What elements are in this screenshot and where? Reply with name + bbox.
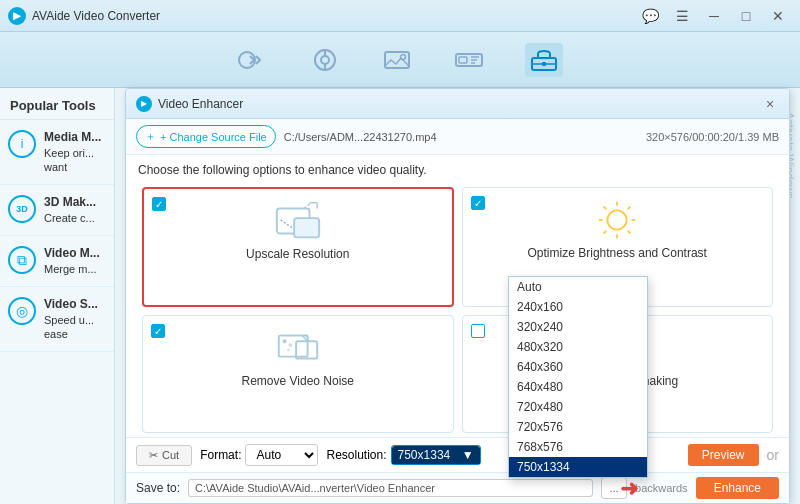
titlebar: ▶ AVAide Video Converter 💬 ☰ ─ □ ✕: [0, 0, 800, 32]
sidebar-item-media[interactable]: i Media M... Keep ori...want: [0, 120, 114, 185]
svg-line-28: [628, 207, 631, 210]
dropdown-item-240x160[interactable]: 240x160: [509, 297, 647, 317]
info-icon: i: [8, 130, 36, 158]
dropdown-item-720x480[interactable]: 720x480: [509, 397, 647, 417]
resolution-dropdown: Auto 240x160 320x240 480x320 640x360 640…: [508, 276, 648, 478]
sidebar-merge-desc: Merge m...: [44, 262, 100, 276]
toolbar-video[interactable]: [309, 46, 341, 74]
toolbar: [0, 32, 800, 88]
format-select[interactable]: Auto: [245, 444, 318, 466]
merge-icon: ⧉: [8, 246, 36, 274]
chat-btn[interactable]: 💬: [636, 6, 664, 26]
svg-rect-30: [279, 336, 308, 357]
dialog-title: Video Enhancer: [158, 97, 755, 111]
toolbar-toolbox[interactable]: [525, 43, 563, 77]
main-layout: Popular Tools i Media M... Keep ori...wa…: [0, 88, 800, 504]
format-group: Format: Auto: [200, 444, 318, 466]
option-noise[interactable]: ✓ Remov: [142, 315, 454, 433]
dvd-icon: [453, 46, 485, 74]
dropdown-item-320x240[interactable]: 320x240: [509, 317, 647, 337]
svg-point-34: [288, 343, 292, 347]
svg-point-2: [321, 56, 329, 64]
backwards-text: backwards: [635, 482, 688, 494]
sidebar-3d-desc: Create c...: [44, 211, 96, 225]
minimize-btn[interactable]: ─: [700, 6, 728, 26]
menu-btn[interactable]: ☰: [668, 6, 696, 26]
svg-line-27: [628, 231, 631, 234]
sidebar-header: Popular Tools: [0, 88, 114, 120]
options-grid: ✓ Upscale Resolution: [126, 183, 789, 437]
sidebar: Popular Tools i Media M... Keep ori...wa…: [0, 88, 115, 504]
dialog-title-icon: ▶: [136, 96, 152, 112]
options-instruction: Choose the following options to enhance …: [126, 155, 789, 183]
sidebar-item-3d[interactable]: 3D 3D Mak... Create c...: [0, 185, 114, 236]
dropdown-arrow: ▼: [462, 448, 474, 462]
save-bar: Save to: C:\AVAide Studio\AVAid...nverte…: [126, 472, 789, 503]
svg-line-26: [604, 207, 607, 210]
dropdown-item-768x576[interactable]: 768x576: [509, 437, 647, 457]
format-label: Format:: [200, 448, 241, 462]
svg-point-21: [608, 210, 627, 229]
toolbox-icon: [528, 46, 560, 74]
close-btn[interactable]: ✕: [764, 6, 792, 26]
svg-rect-5: [385, 52, 409, 68]
upscale-checkbox[interactable]: ✓: [152, 197, 166, 211]
shaking-checkbox[interactable]: [471, 324, 485, 338]
sidebar-merge-title: Video M...: [44, 246, 100, 262]
dropdown-item-720x576[interactable]: 720x576: [509, 417, 647, 437]
option-upscale[interactable]: ✓ Upscale Resolution: [142, 187, 454, 307]
toolbar-image[interactable]: [381, 46, 413, 74]
svg-point-35: [287, 348, 290, 351]
toolbar-dvd[interactable]: [453, 46, 485, 74]
noise-icon: [273, 328, 323, 368]
image-icon: [381, 46, 413, 74]
scissors-icon: ✂: [149, 449, 158, 462]
brightness-checkbox[interactable]: ✓: [471, 196, 485, 210]
svg-rect-16: [294, 218, 319, 237]
save-path: C:\AVAide Studio\AVAid...nverter\Video E…: [188, 479, 593, 497]
dialog-close-btn[interactable]: ×: [761, 95, 779, 113]
svg-point-6: [401, 54, 406, 59]
upscale-label: Upscale Resolution: [246, 247, 349, 261]
upscale-icon: [273, 201, 323, 241]
video-enhancer-dialog: ▶ Video Enhancer × ＋ + Change Source Fil…: [125, 88, 790, 504]
resolution-value: 750x1334 ▼: [392, 446, 480, 464]
preview-btn[interactable]: Preview: [688, 444, 759, 466]
more-options-icon: or: [767, 447, 779, 463]
sidebar-3d-title: 3D Mak...: [44, 195, 96, 211]
toolbar-convert[interactable]: [237, 46, 269, 74]
resolution-group: Resolution: 750x1334 ▼: [326, 445, 480, 465]
maximize-btn[interactable]: □: [732, 6, 760, 26]
plus-icon: ＋: [145, 129, 156, 144]
app-title: AVAide Video Converter: [32, 9, 636, 23]
window-controls: 💬 ☰ ─ □ ✕: [636, 6, 792, 26]
source-bar: ＋ + Change Source File C:/Users/ADM...22…: [126, 119, 789, 155]
save-label: Save to:: [136, 481, 180, 495]
dropdown-item-640x360[interactable]: 640x360: [509, 357, 647, 377]
sidebar-speed-title: Video S...: [44, 297, 98, 313]
sidebar-item-video-speed[interactable]: ◎ Video S... Speed u...ease: [0, 287, 114, 352]
dropdown-item-auto[interactable]: Auto: [509, 277, 647, 297]
noise-checkbox[interactable]: ✓: [151, 324, 165, 338]
dropdown-item-640x480[interactable]: 640x480: [509, 377, 647, 397]
source-file-info: 320×576/00:00:20/1.39 MB: [646, 131, 779, 143]
dropdown-item-480x320[interactable]: 480x320: [509, 337, 647, 357]
convert-icon: [237, 46, 269, 74]
source-file-path: C:/Users/ADM...22431270.mp4: [284, 131, 638, 143]
dialog-container: Activate Windows ▶ Video Enhancer × ＋ + …: [115, 88, 800, 504]
cut-btn[interactable]: ✂ Cut: [136, 445, 192, 466]
svg-rect-7: [456, 54, 482, 66]
enhance-btn[interactable]: Enhance: [696, 477, 779, 499]
change-source-label: + Change Source File: [160, 131, 267, 143]
resolution-label: Resolution:: [326, 448, 386, 462]
bottom-bar: ✂ Cut Format: Auto Resolution: 750x1334 …: [126, 437, 789, 472]
dropdown-item-750x1334[interactable]: 750x1334: [509, 457, 647, 477]
resolution-select-box[interactable]: 750x1334 ▼: [391, 445, 481, 465]
3d-icon: 3D: [8, 195, 36, 223]
svg-rect-8: [459, 57, 467, 63]
sidebar-item-video-merge[interactable]: ⧉ Video M... Merge m...: [0, 236, 114, 287]
sidebar-media-desc: Keep ori...want: [44, 146, 101, 175]
brightness-icon: [592, 200, 642, 240]
noise-label: Remove Video Noise: [241, 374, 354, 388]
change-source-btn[interactable]: ＋ + Change Source File: [136, 125, 276, 148]
